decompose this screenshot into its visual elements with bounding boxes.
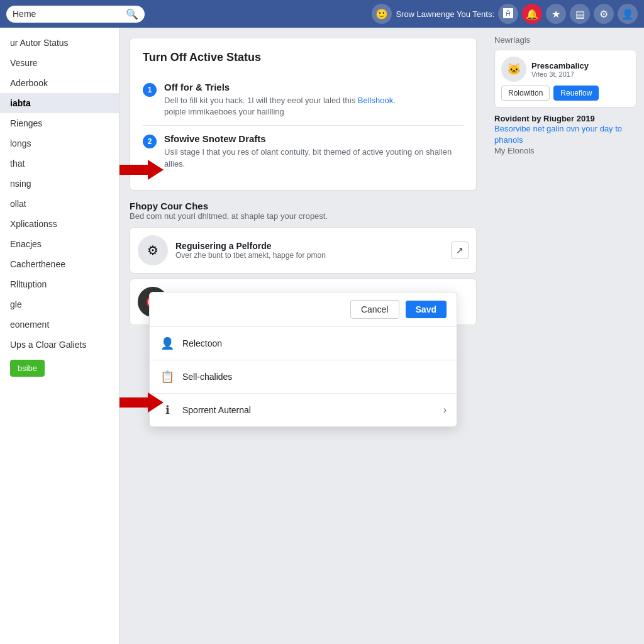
option-2-desc: Usii stage l that you res of olant contu… (164, 147, 464, 169)
sidebar-item-1[interactable]: Vesure (0, 53, 119, 73)
sidebar-item-3[interactable]: iabta (0, 93, 119, 113)
section-header: Fhopy Cour Ches Bed com nut youri dhltme… (130, 201, 477, 221)
option-1-link[interactable]: Bellshook. (358, 96, 396, 105)
menu-icon[interactable]: ▤ (570, 4, 590, 24)
list-item-0-title: Reguisering a Pelforde (175, 241, 326, 251)
section-desc: Bed com nut youri dhltmed, at shaple tap… (130, 211, 477, 221)
news-avatar-1: 🐱 (501, 57, 526, 82)
sidebar-item-9[interactable]: Xplicationss (0, 214, 119, 234)
sidebar-item-12[interactable]: Rlltuption (0, 274, 119, 294)
nav-right: 🙂 Srow Lawnenge You Tents: 🅰 🔔 ★ ▤ ⚙ 👤 (372, 4, 638, 24)
news-actions-1: Rolowition Reueflow (501, 86, 630, 101)
modal-item-2-label: Sporrent Auternal (182, 405, 251, 415)
modal-item-2-arrow: › (443, 404, 447, 416)
news-link[interactable]: Besorvibe net galin ovn your day to phan… (494, 123, 636, 146)
news-item-1: 🐱 Prescambalicy Vrleo 3t, 2017 Rolowitio… (494, 50, 636, 108)
sidebar-item-8[interactable]: ollat (0, 194, 119, 214)
list-item-0-arrow[interactable]: ↗ (451, 242, 469, 259)
news-btn-2[interactable]: Reueflow (553, 86, 599, 101)
modal-box: Cancel Savd 👤 Relectoon 📋 Sell-chalides … (149, 292, 457, 427)
sidebar-item-14[interactable]: eonement (0, 314, 119, 335)
news-bold: Rovident by Riugber 2019 (494, 114, 636, 123)
news-item-2: Rovident by Riugber 2019 Besorvibe net g… (494, 114, 636, 155)
section-title: Fhopy Cour Ches (130, 201, 477, 211)
modal-item-1-label: Sell-chalides (182, 372, 232, 382)
card-title: Turn Off Active Status (143, 51, 464, 64)
option-1-title: Off for & Triels (164, 82, 396, 92)
option-2: 2 Sfowive Snotew Drafts Usii stage l tha… (143, 126, 464, 177)
news-meta-1: 🐱 Prescambalicy Vrleo 3t, 2017 (501, 57, 630, 82)
search-icon: 🔍 (126, 8, 138, 20)
sidebar-item-0[interactable]: ur Autor Status (0, 33, 119, 53)
profile-icon[interactable]: 🙂 (372, 4, 392, 24)
modal-overlay: Cancel Savd 👤 Relectoon 📋 Sell-chalides … (119, 292, 487, 644)
avatar-icon[interactable]: 👤 (618, 4, 638, 24)
main-layout: ur Autor Status Vesure Aderbook iabta Ri… (0, 28, 644, 644)
right-section-label: Newriagis (494, 35, 636, 45)
news-btn-1[interactable]: Rolowition (501, 86, 550, 101)
modal-item-0[interactable]: 👤 Relectoon (150, 327, 457, 360)
sidebar-item-15[interactable]: Ups a Cloar Galiets (0, 335, 119, 355)
option-1-desc: Dell to fill kit you hack. 1l will they … (164, 95, 396, 118)
settings-icon[interactable]: ⚙ (594, 4, 614, 24)
news-date-1: Vrleo 3t, 2017 (531, 70, 589, 78)
modal-item-2[interactable]: ℹ Sporrent Auternal › (150, 394, 457, 426)
active-status-card: Turn Off Active Status 1 Off for & Triel… (130, 38, 477, 191)
nav-text: Srow Lawnenge You Tents: (396, 9, 494, 19)
sidebar-item-11[interactable]: Cacherthenee (0, 254, 119, 274)
center-content: Turn Off Active Status 1 Off for & Triel… (119, 28, 487, 644)
sidebar-green-button[interactable]: bsibe (10, 360, 45, 377)
sidebar-item-10[interactable]: Enacjes (0, 234, 119, 254)
news-info-1: Prescambalicy Vrleo 3t, 2017 (531, 61, 589, 78)
top-nav: 🔍 🙂 Srow Lawnenge You Tents: 🅰 🔔 ★ ▤ ⚙ 👤 (0, 0, 644, 28)
cancel-button[interactable]: Cancel (350, 300, 399, 319)
search-bar[interactable]: 🔍 (6, 6, 145, 23)
modal-item-1-icon: 📋 (160, 369, 175, 384)
list-item-0-desc: Over zhe bunt to tbet amekt, hapge for p… (175, 251, 326, 260)
sidebar-item-5[interactable]: longs (0, 133, 119, 153)
option-2-title: Sfowive Snotew Drafts (164, 133, 464, 144)
star-icon[interactable]: ★ (546, 4, 566, 24)
list-item-0[interactable]: ⚙ Reguisering a Pelforde Over zhe bunt t… (130, 227, 477, 274)
alert-icon[interactable]: 🔔 (522, 4, 542, 24)
option-2-text: Sfowive Snotew Drafts Usii stage l that … (164, 133, 464, 169)
modal-item-2-icon: ℹ (160, 402, 175, 418)
option-2-number: 2 (143, 135, 157, 148)
news-secondary: My Elonols (494, 146, 636, 155)
save-button[interactable]: Savd (406, 301, 447, 318)
option-1: 1 Off for & Triels Dell to fill kit you … (143, 74, 464, 126)
option-1-number: 1 (143, 83, 157, 97)
sidebar-item-4[interactable]: Rienges (0, 113, 119, 133)
sidebar: ur Autor Status Vesure Aderbook iabta Ri… (0, 28, 119, 644)
modal-item-0-label: Relectoon (182, 338, 222, 348)
modal-item-1[interactable]: 📋 Sell-chalides (150, 360, 457, 394)
list-item-0-text: Reguisering a Pelforde Over zhe bunt to … (175, 241, 326, 260)
sidebar-item-13[interactable]: gle (0, 294, 119, 314)
modal-header: Cancel Savd (150, 292, 457, 327)
sidebar-item-7[interactable]: nsing (0, 174, 119, 194)
news-title-1: Prescambalicy (531, 61, 589, 70)
right-sidebar: Newriagis 🐱 Prescambalicy Vrleo 3t, 2017… (487, 28, 644, 644)
search-input[interactable] (13, 9, 122, 19)
notification-icon[interactable]: 🅰 (498, 4, 518, 24)
modal-item-0-icon: 👤 (160, 336, 175, 351)
list-item-0-icon: ⚙ (138, 235, 168, 265)
sidebar-item-6[interactable]: that (0, 153, 119, 174)
option-1-text: Off for & Triels Dell to fill kit you ha… (164, 82, 396, 118)
sidebar-item-2[interactable]: Aderbook (0, 73, 119, 93)
